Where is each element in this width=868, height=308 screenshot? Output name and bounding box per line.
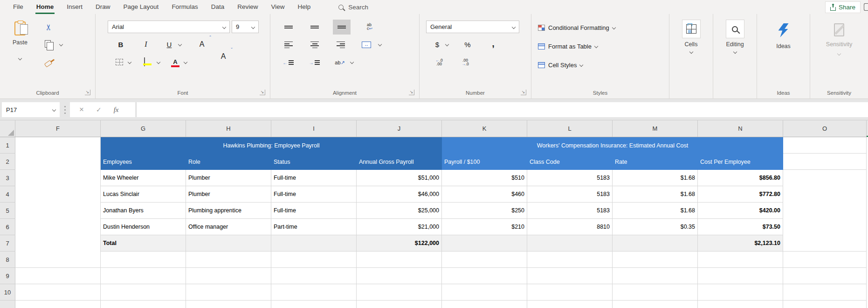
percent-style-button[interactable]: %	[462, 38, 473, 50]
cell-L8[interactable]	[527, 252, 613, 268]
cell-K7[interactable]	[442, 235, 527, 252]
header-class-code[interactable]: Class Code	[527, 154, 613, 170]
comments-icon-partial[interactable]	[864, 3, 868, 11]
header-employees[interactable]: Employees	[101, 154, 186, 170]
cell-employee-name[interactable]: Jonathan Byers	[101, 203, 186, 219]
cell-O9[interactable]	[783, 268, 867, 284]
cell-cost-per-employee[interactable]: $73.50	[698, 219, 783, 235]
comma-style-button[interactable]: ,	[489, 37, 497, 49]
total-cost-cell[interactable]: $2,123.10	[698, 235, 783, 252]
column-header-H[interactable]: H	[186, 120, 271, 137]
cell-H11[interactable]	[186, 301, 271, 308]
cell-J8[interactable]	[357, 252, 442, 268]
borders-chevron[interactable]	[128, 60, 131, 64]
cancel-icon[interactable]: ×	[79, 105, 84, 114]
font-color-chevron[interactable]	[184, 60, 187, 64]
cell-G10[interactable]	[101, 284, 186, 301]
header-status[interactable]: Status	[271, 154, 357, 170]
format-painter-button[interactable]	[42, 58, 54, 69]
tab-file[interactable]: File	[7, 0, 30, 14]
cell-K11[interactable]	[442, 301, 527, 308]
number-format-combo[interactable]: General	[426, 21, 519, 33]
cell-H8[interactable]	[186, 252, 271, 268]
cell-K9[interactable]	[442, 268, 527, 284]
cell-role[interactable]: Plumbing apprentice	[186, 203, 271, 219]
name-box[interactable]: P17	[2, 102, 60, 117]
cell-O4[interactable]	[783, 186, 867, 203]
cell-M11[interactable]	[613, 301, 698, 308]
align-right-button[interactable]	[333, 38, 349, 51]
cell-L7[interactable]	[527, 235, 613, 252]
cell-rate[interactable]: $1.68	[613, 203, 698, 219]
align-left-button[interactable]	[281, 38, 296, 51]
tab-draw[interactable]: Draw	[89, 0, 117, 14]
header-rate[interactable]: Rate	[613, 154, 698, 170]
font-name-combo[interactable]: Arial	[108, 21, 230, 33]
cell-styles-button[interactable]: Cell Styles	[538, 59, 583, 71]
number-dialog-launcher[interactable]: ↘	[521, 90, 526, 95]
search-box[interactable]: Search	[338, 0, 368, 14]
clipboard-dialog-launcher[interactable]: ↘	[85, 90, 90, 95]
cell-rate[interactable]: $1.68	[613, 170, 698, 186]
cell-cost-per-employee[interactable]: $856.80	[698, 170, 783, 186]
orientation-button[interactable]: ab↗	[333, 57, 347, 68]
conditional-formatting-button[interactable]: Conditional Formatting	[538, 21, 615, 34]
cell-F6[interactable]	[15, 219, 101, 235]
share-button[interactable]: Share	[825, 1, 861, 13]
middle-align-button[interactable]	[307, 21, 323, 34]
cell-F3[interactable]	[15, 170, 101, 186]
cell-O11[interactable]	[783, 301, 867, 308]
column-header-M[interactable]: M	[613, 120, 698, 137]
cell-payroll-per-100[interactable]: $210	[442, 219, 527, 235]
cell-M7[interactable]	[613, 235, 698, 252]
format-as-table-button[interactable]: Format as Table	[538, 40, 598, 52]
column-header-K[interactable]: K	[442, 120, 527, 137]
cell-I7[interactable]	[271, 235, 357, 252]
cell-class-code[interactable]: 8810	[527, 219, 613, 235]
cell-O8[interactable]	[783, 252, 867, 268]
cell-J11[interactable]	[357, 301, 442, 308]
select-all-corner[interactable]	[0, 120, 15, 137]
formula-bar-grip[interactable]	[64, 109, 66, 111]
increase-decimal-button[interactable]: ←.0.00	[433, 57, 446, 67]
font-size-combo[interactable]: 9	[232, 21, 259, 33]
cell-H7[interactable]	[186, 235, 271, 252]
cell-O2[interactable]	[783, 154, 867, 170]
cell-cost-per-employee[interactable]: $772.80	[698, 186, 783, 203]
merge-center-button[interactable]: ↔	[360, 38, 373, 51]
payroll-title-cell[interactable]: Hawkins Plumbing: Employee Payroll	[101, 137, 442, 154]
cell-payroll-per-100[interactable]: $510	[442, 170, 527, 186]
cell-class-code[interactable]: 5183	[527, 203, 613, 219]
font-color-button[interactable]: A	[170, 56, 180, 67]
cell-G8[interactable]	[101, 252, 186, 268]
cell-N8[interactable]	[698, 252, 783, 268]
tab-home[interactable]: Home	[30, 0, 61, 14]
cell-O7[interactable]	[783, 235, 867, 252]
row-header-11-partial[interactable]	[0, 301, 15, 308]
cell-O10[interactable]	[783, 284, 867, 301]
accounting-format-button[interactable]: $	[433, 38, 442, 50]
cell-J9[interactable]	[357, 268, 442, 284]
column-header-G[interactable]: G	[101, 120, 186, 137]
cell-gross-payroll[interactable]: $46,000	[357, 186, 442, 203]
cell-F7[interactable]	[15, 235, 101, 252]
sensitivity-button[interactable]: Sensitivity	[810, 23, 868, 55]
cell-payroll-per-100[interactable]: $250	[442, 203, 527, 219]
header-role[interactable]: Role	[186, 154, 271, 170]
tab-page-layout[interactable]: Page Layout	[117, 0, 165, 14]
row-header-3[interactable]: 3	[0, 170, 15, 186]
cell-gross-payroll[interactable]: $51,000	[357, 170, 442, 186]
orientation-chevron[interactable]	[350, 60, 354, 64]
row-header-2[interactable]: 2	[0, 154, 15, 170]
cell-L11[interactable]	[527, 301, 613, 308]
font-dialog-launcher[interactable]: ↘	[260, 90, 265, 95]
tab-data[interactable]: Data	[205, 0, 231, 14]
enter-icon[interactable]: ✓	[96, 106, 102, 113]
top-align-button[interactable]	[281, 21, 296, 34]
cell-N10[interactable]	[698, 284, 783, 301]
cell-K8[interactable]	[442, 252, 527, 268]
row-header-10[interactable]: 10	[0, 284, 15, 301]
increase-font-size-button[interactable]: Aˆ	[196, 38, 207, 50]
cell-status[interactable]: Full-time	[271, 186, 357, 203]
insert-function-icon[interactable]: fx	[114, 106, 119, 114]
